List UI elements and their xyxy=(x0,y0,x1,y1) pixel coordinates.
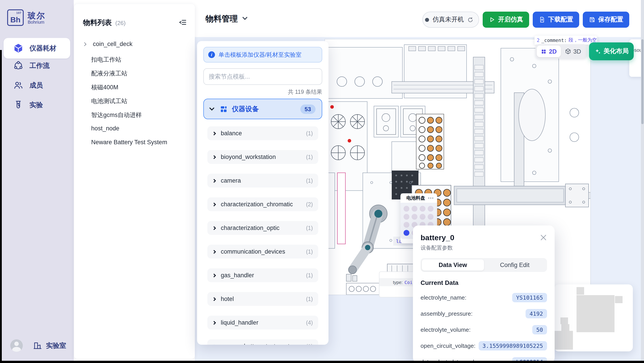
sim-status-pill[interactable]: 仿真未开机 xyxy=(422,11,479,28)
template-row[interactable]: balance(1) xyxy=(207,126,318,140)
app-window: 107 Bh 玻尔 Bohrium 仪器耗材 工作流 xyxy=(0,0,644,363)
tray-slot[interactable] xyxy=(420,206,426,212)
tray-slot[interactable] xyxy=(428,214,434,220)
sidebar-item-workflow[interactable]: 工作流 xyxy=(4,57,70,74)
layout-minimap[interactable] xyxy=(554,284,633,352)
view-2d-button[interactable]: 2D xyxy=(537,45,561,57)
template-row[interactable]: neware_battery_test_system(1) xyxy=(207,339,318,345)
material-item[interactable]: 核磁400M xyxy=(91,83,118,91)
window-edge-bottom xyxy=(0,361,644,363)
avatar[interactable] xyxy=(10,339,23,352)
template-row[interactable]: characterization_optic(1) xyxy=(207,221,318,235)
sidebar-item-label: 仪器耗材 xyxy=(30,44,56,52)
start-simulation-label: 开启仿真 xyxy=(498,16,523,24)
page-title[interactable]: 物料管理 xyxy=(206,13,247,24)
start-simulation-button[interactable]: 开启仿真 xyxy=(483,11,529,28)
template-row[interactable]: bioyond_workstation(1) xyxy=(207,150,318,164)
tab-config-edit[interactable]: Config Edit xyxy=(484,259,546,271)
test-tube-icon xyxy=(14,100,23,110)
battery-tray-title: 电池料盘 xyxy=(404,195,428,201)
scrollbar-thumb[interactable] xyxy=(641,39,644,124)
beautify-layout-button[interactable]: 美化布局 xyxy=(589,42,634,60)
chevron-right-icon xyxy=(212,250,216,254)
cube-icon xyxy=(14,43,23,53)
device-config-popup: battery_0 设备配置参数 Data View Config Edit C… xyxy=(413,226,554,363)
type-key: type: xyxy=(393,280,403,285)
material-item[interactable]: 智达gcms自动进样 xyxy=(91,111,142,119)
tooltip-key: _comment: xyxy=(542,37,567,43)
minimap-block xyxy=(560,318,568,324)
data-row: electrolyte_name: YS101165 xyxy=(420,293,547,302)
template-rows: balance(1) bioyond_workstation(1) camera… xyxy=(203,126,322,345)
chevron-right-icon xyxy=(83,42,86,46)
type-value: Coi xyxy=(404,280,412,285)
download-config-button[interactable]: 下载配置 xyxy=(533,11,579,28)
tray-slot[interactable] xyxy=(412,214,418,220)
logo-number: 107 xyxy=(16,11,22,14)
save-config-label: 保存配置 xyxy=(598,16,623,24)
save-icon xyxy=(589,16,595,23)
chevron-right-icon xyxy=(212,131,216,135)
sidebar-item-label: 实验 xyxy=(30,101,43,109)
close-icon[interactable] xyxy=(540,234,548,242)
tray-slot-selected[interactable] xyxy=(404,230,409,236)
lab-link-label: 实验室 xyxy=(46,341,66,350)
material-item-expandable[interactable]: coin_cell_deck xyxy=(83,41,132,47)
material-item[interactable]: 扣电工作站 xyxy=(91,56,121,64)
template-panel: i 单击模板添加仪器/耗材至实验室 共 119 条结果 仪器设备 53 bala… xyxy=(197,41,328,345)
logo-element: Bh xyxy=(10,16,20,25)
material-item-label: 智达gcms自动进样 xyxy=(91,112,142,118)
logo-title-cn: 玻尔 xyxy=(28,10,46,21)
tooltip-prefix: 2 xyxy=(537,37,540,43)
save-config-button[interactable]: 保存配置 xyxy=(583,11,629,28)
material-item[interactable]: Neware Battery Test System xyxy=(91,139,167,146)
template-row[interactable]: camera(1) xyxy=(207,174,318,188)
value-chip: 50 xyxy=(532,325,547,334)
template-row[interactable]: gas_handler(1) xyxy=(207,268,318,282)
tray-slot[interactable] xyxy=(404,214,409,220)
chevron-right-icon xyxy=(212,274,216,277)
data-row: open_circuit_voltage: 3.1559998989105225 xyxy=(420,341,547,351)
template-row[interactable]: hotel(1) xyxy=(207,292,318,306)
template-row[interactable]: communication_devices(1) xyxy=(207,245,318,259)
sidebar: 107 Bh 玻尔 Bohrium 仪器耗材 工作流 xyxy=(0,0,74,363)
refresh-icon[interactable] xyxy=(468,17,473,22)
tray-slot[interactable] xyxy=(404,222,409,228)
download-config-label: 下载配置 xyxy=(548,16,573,24)
section-instruments[interactable]: 仪器设备 53 xyxy=(203,99,322,119)
view-3d-button[interactable]: 3D xyxy=(561,45,585,57)
tray-slot[interactable] xyxy=(428,206,434,212)
sidebar-footer: 实验室 xyxy=(0,335,74,356)
members-icon xyxy=(14,80,23,90)
material-item[interactable]: 配液分液工站 xyxy=(91,70,127,78)
template-row[interactable]: characterization_chromatic(2) xyxy=(207,197,318,211)
comment-tooltip: 2 _comment: 段，一般为空，stat xyxy=(534,36,597,45)
cube-3d-icon xyxy=(565,48,571,54)
sidebar-item-instruments[interactable]: 仪器耗材 xyxy=(4,38,70,58)
material-item[interactable]: 电池测试工站 xyxy=(91,97,127,105)
materials-header: 物料列表 (26) xyxy=(83,18,126,28)
grid-icon xyxy=(220,105,228,113)
material-item-label: 电池测试工站 xyxy=(91,98,127,104)
page-title-label: 物料管理 xyxy=(206,13,238,24)
hint-banner-label: 单击模板添加仪器/耗材至实验室 xyxy=(218,51,302,59)
lab-link[interactable]: 实验室 xyxy=(33,341,66,350)
popup-title: battery_0 xyxy=(420,234,547,242)
sidebar-item-experiments[interactable]: 实验 xyxy=(4,96,70,114)
material-item-label: host_node xyxy=(91,125,119,132)
sidebar-item-label: 工作流 xyxy=(30,61,50,70)
tray-slot[interactable] xyxy=(412,206,418,212)
sidebar-item-members[interactable]: 成员 xyxy=(4,76,70,94)
material-item[interactable]: host_node xyxy=(91,125,119,132)
tray-slot[interactable] xyxy=(404,206,409,212)
collapse-list-icon[interactable] xyxy=(179,18,187,26)
minimap-block xyxy=(576,295,614,332)
template-row[interactable]: liquid_handler(4) xyxy=(207,316,318,330)
results-count: 共 119 条结果 xyxy=(203,88,322,95)
tray-slot[interactable] xyxy=(420,214,426,220)
view-mode-toggle: 2D 3D xyxy=(536,44,587,58)
tab-data-view[interactable]: Data View xyxy=(422,259,484,271)
view-2d-label: 2D xyxy=(549,48,557,55)
template-search-input[interactable] xyxy=(203,68,322,85)
more-menu-icon[interactable]: ••• xyxy=(428,196,434,200)
